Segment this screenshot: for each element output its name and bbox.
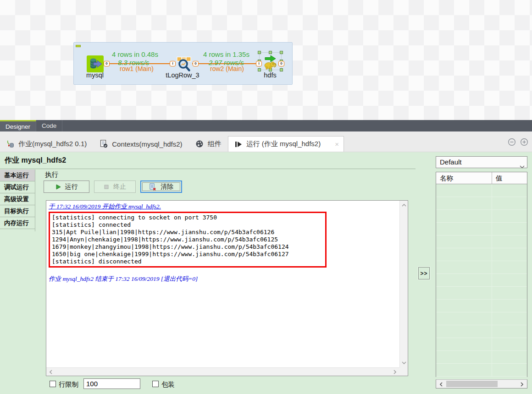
palette-icon xyxy=(195,140,204,148)
scrollbar-corner xyxy=(399,367,408,376)
job-icon xyxy=(6,140,14,148)
selection-handle[interactable] xyxy=(258,51,261,54)
port-badge: 0 xyxy=(193,61,199,66)
table-row xyxy=(436,364,527,377)
table-row xyxy=(436,274,527,287)
console-line: 1650|big one|chenkaige|1999|https://www.… xyxy=(52,251,323,258)
row-limit-input[interactable] xyxy=(83,378,140,389)
row1-label[interactable]: row1 (Main) xyxy=(120,65,154,72)
scroll-left-icon[interactable] xyxy=(438,382,444,387)
table-row xyxy=(436,300,527,312)
tab-run[interactable]: 运行 (作业 mysql_hdfs2) × xyxy=(228,136,344,152)
console-start-line: 于 17:32 16/09/2019 开始作业 mysql_hdfs2. xyxy=(49,202,399,211)
scroll-up-icon[interactable] xyxy=(401,202,407,208)
scroll-right-icon[interactable] xyxy=(519,382,525,387)
kill-button[interactable]: 终止 xyxy=(94,181,136,193)
sidebar-item-debug-run[interactable]: 调试运行 xyxy=(0,181,35,193)
tab-job-label: 作业(mysql_hdfs2 0.1) xyxy=(18,140,87,148)
table-row xyxy=(436,351,527,364)
sidebar-item-advanced[interactable]: 高级设置 xyxy=(0,193,35,205)
run-button-label: 运行 xyxy=(65,183,78,191)
close-icon[interactable]: × xyxy=(335,140,339,148)
row2-label[interactable]: row2 (Main) xyxy=(210,65,244,72)
chevron-down-icon xyxy=(520,161,525,172)
collapse-icon[interactable] xyxy=(76,45,81,47)
hdfs-output-icon xyxy=(262,54,279,70)
tab-job-view[interactable]: 作业(mysql_hdfs2 0.1) xyxy=(0,136,93,152)
scroll-left-icon[interactable] xyxy=(48,369,54,375)
tab-designer-label: Designer xyxy=(6,123,30,130)
selection-handle[interactable] xyxy=(280,51,283,54)
maximize-icon[interactable] xyxy=(520,138,528,146)
sidebar-item-basic-run[interactable]: 基本运行 xyxy=(0,170,35,181)
row-limit-label: 行限制 xyxy=(59,380,79,389)
component-label-hdfs: hdfs xyxy=(259,71,282,79)
tab-designer[interactable]: Designer xyxy=(0,120,36,131)
scrollbar-thumb[interactable] xyxy=(446,381,498,387)
console-horizontal-scrollbar[interactable] xyxy=(46,367,399,376)
context-select-value: Default xyxy=(440,158,462,166)
context-select[interactable]: Default xyxy=(436,156,527,168)
table-row xyxy=(436,261,527,274)
run-sidebar: 基本运行 调试运行 高级设置 目标执行 内存运行 xyxy=(0,170,35,229)
console-vertical-scrollbar[interactable] xyxy=(399,201,408,367)
row-limit-checkbox[interactable] xyxy=(50,381,56,387)
column-header-value[interactable]: 值 xyxy=(492,172,527,184)
table-row xyxy=(436,184,527,197)
console-line: 1294|Anyn|chenkaige|1998|https://www.jia… xyxy=(52,236,323,243)
console-end-line: 作业 mysql_hdfs2 结束于 17:32 16/09/2019 [退出代… xyxy=(49,275,399,283)
table-row xyxy=(436,235,527,248)
run-button[interactable]: 运行 xyxy=(44,181,89,193)
table-row xyxy=(436,197,527,210)
tab-components-label: 组件 xyxy=(208,140,222,148)
wrap-label: 包装 xyxy=(161,380,175,389)
port-badge: 0 xyxy=(278,61,284,66)
table-row xyxy=(436,325,527,338)
sidebar-item-memory-run[interactable]: 内存运行 xyxy=(0,217,35,229)
exec-section-label: 执行 xyxy=(45,170,58,179)
port-badge: 0 xyxy=(104,61,110,66)
tab-contexts[interactable]: Contexts(mysql_hdfs2) xyxy=(93,136,188,152)
component-hdfs[interactable] xyxy=(262,54,279,71)
expand-panel-button[interactable]: >> xyxy=(418,267,430,279)
designer-canvas[interactable]: mysql tLogRow_3 xyxy=(0,0,532,120)
column-header-name[interactable]: 名称 xyxy=(436,172,492,184)
tab-code[interactable]: Code xyxy=(36,120,62,131)
page-title: 作业 mysql_hdfs2 xyxy=(0,152,416,169)
tab-run-label: 运行 (作业 mysql_hdfs2) xyxy=(246,140,321,148)
play-icon xyxy=(55,184,61,190)
execution-console[interactable]: 于 17:32 16/09/2019 开始作业 mysql_hdfs2. [st… xyxy=(46,200,408,376)
table-row xyxy=(436,223,527,235)
sidebar-divider xyxy=(35,170,35,231)
clear-button-label: 清除 xyxy=(161,183,173,191)
scroll-down-icon[interactable] xyxy=(401,360,407,366)
minimize-icon[interactable] xyxy=(508,138,516,146)
selection-handle[interactable] xyxy=(269,51,272,54)
mysql-input-icon xyxy=(87,55,104,72)
table-row xyxy=(436,338,527,351)
stop-icon xyxy=(104,184,109,190)
selection-handle[interactable] xyxy=(280,68,283,71)
scroll-right-icon[interactable] xyxy=(392,369,398,375)
table-row xyxy=(436,248,527,261)
editor-tab-strip: Designer Code xyxy=(0,120,532,131)
clear-button[interactable]: 清除 xyxy=(140,181,182,193)
tab-components[interactable]: 组件 xyxy=(189,136,228,152)
wrap-checkbox[interactable] xyxy=(152,381,159,387)
tlogrow-icon xyxy=(176,56,193,72)
port-badge: I xyxy=(170,61,176,66)
component-label-tlogrow: tLogRow_3 xyxy=(164,71,201,79)
console-line: 1679|monkey|zhangyimou|1998|https://www.… xyxy=(52,243,323,251)
console-line: 315|Apt Puile|lian|1998|https://www.jian… xyxy=(52,229,323,236)
context-variables-table: 名称 值 xyxy=(436,172,527,377)
run-panel: 作业 mysql_hdfs2 基本运行 调试运行 高级设置 目标执行 内存运行 … xyxy=(0,152,532,394)
row1-stats: 4 rows in 0.48s xyxy=(112,50,158,58)
tab-code-label: Code xyxy=(42,122,56,129)
console-line: [statistics] connected xyxy=(52,221,323,229)
sidebar-item-target[interactable]: 目标执行 xyxy=(0,205,35,217)
kill-button-label: 终止 xyxy=(113,183,126,191)
console-line: [statistics] disconnected xyxy=(52,258,323,265)
selection-handle[interactable] xyxy=(258,68,261,71)
context-table-scrollbar[interactable] xyxy=(436,379,527,389)
view-tab-bar: 作业(mysql_hdfs2 0.1) Contexts(mysql_hdfs2… xyxy=(0,131,532,152)
